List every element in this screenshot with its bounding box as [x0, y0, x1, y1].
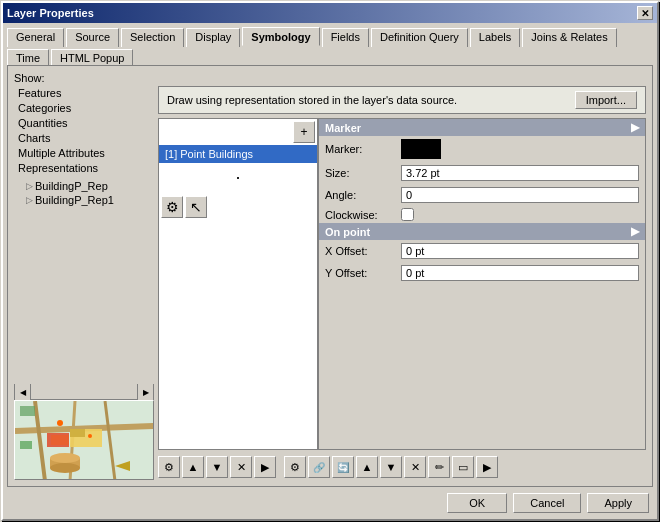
show-label: Show: [14, 72, 646, 84]
symbol-cursor-button[interactable]: ↖ [185, 196, 207, 218]
toolbar1-settings-button[interactable]: ⚙ [158, 456, 180, 478]
svg-point-13 [50, 453, 80, 463]
x-offset-input[interactable] [401, 243, 639, 259]
tab-general[interactable]: General [7, 28, 64, 47]
show-item-representations[interactable]: Representations [14, 161, 154, 175]
tab-symbology[interactable]: Symbology [242, 27, 319, 46]
tab-html-popup[interactable]: HTML Popup [51, 49, 133, 66]
toolbar2-edit-button[interactable]: ✏ [428, 456, 450, 478]
on-point-section-title: On point [325, 226, 370, 238]
toolbar2-rect-button[interactable]: ▭ [452, 456, 474, 478]
close-button[interactable]: ✕ [637, 6, 653, 20]
x-offset-row: X Offset: [319, 240, 645, 262]
symbol-list: + [1] Point Buildings · ⚙ ↖ [158, 118, 318, 450]
tab-content: Show: Features Categories Quantities Cha… [7, 65, 653, 487]
tree-item-buildingp-rep1[interactable]: ▷ BuildingP_Rep1 [22, 193, 154, 207]
toolbar1-arrow-button[interactable]: ▶ [254, 456, 276, 478]
scroll-track [31, 384, 137, 399]
svg-rect-6 [51, 435, 69, 445]
marker-preview[interactable] [401, 139, 441, 159]
marker-section-title: Marker [325, 122, 361, 134]
show-item-multiple-attributes[interactable]: Multiple Attributes [14, 146, 154, 160]
angle-label: Angle: [325, 189, 395, 201]
marker-row: Marker: [319, 136, 645, 162]
tab-definition-query[interactable]: Definition Query [371, 28, 468, 47]
properties-panel: Marker ▶ Marker: Size: Angle: [318, 118, 646, 450]
on-point-section-header: On point ▶ [319, 223, 645, 240]
scroll-right-button[interactable]: ▶ [137, 384, 153, 400]
tab-fields[interactable]: Fields [322, 28, 369, 47]
symbol-list-icons: ⚙ ↖ [159, 194, 317, 220]
clockwise-checkbox[interactable] [401, 208, 414, 221]
tab-joins-relates[interactable]: Joins & Relates [522, 28, 616, 47]
y-offset-label: Y Offset: [325, 267, 395, 279]
symbol-list-header: + [159, 119, 317, 145]
size-row: Size: [319, 162, 645, 184]
toolbar2-arrow-button[interactable]: ▶ [476, 456, 498, 478]
bottom-bar: OK Cancel Apply [3, 487, 657, 519]
tab-selection[interactable]: Selection [121, 28, 184, 47]
toolbar1-delete-button[interactable]: ✕ [230, 456, 252, 478]
tree-toggle-icon2: ▷ [26, 195, 33, 205]
clockwise-row: Clockwise: [319, 206, 645, 223]
toolbar2-refresh-button[interactable]: 🔄 [332, 456, 354, 478]
svg-point-14 [50, 463, 80, 473]
description-bar: Draw using representation stored in the … [158, 86, 646, 114]
horizontal-scrollbar: ◀ ▶ [14, 384, 154, 400]
tree-items: ▷ BuildingP_Rep ▷ BuildingP_Rep1 [14, 179, 154, 207]
layer-properties-window: Layer Properties ✕ General Source Select… [1, 1, 659, 521]
symbol-entry-1[interactable]: [1] Point Buildings [159, 145, 317, 163]
mini-map [14, 400, 154, 480]
size-input[interactable] [401, 165, 639, 181]
toolbar2-delete-button[interactable]: ✕ [404, 456, 426, 478]
svg-rect-9 [20, 406, 35, 416]
window-title: Layer Properties [7, 7, 94, 19]
toolbar2-up-button[interactable]: ▲ [356, 456, 378, 478]
symbol-dot-indicator: · [159, 163, 317, 192]
toolbar2-down-button[interactable]: ▼ [380, 456, 402, 478]
tab-labels[interactable]: Labels [470, 28, 520, 47]
tree-item-buildingp-rep[interactable]: ▷ BuildingP_Rep [22, 179, 154, 193]
angle-input[interactable] [401, 187, 639, 203]
toolbar1-down-button[interactable]: ▼ [206, 456, 228, 478]
left-panel: Features Categories Quantities Charts Mu… [14, 86, 154, 480]
tabs-bar: General Source Selection Display Symbolo… [3, 23, 657, 65]
symbol-label: [1] Point Buildings [165, 148, 253, 160]
add-symbol-button[interactable]: + [293, 121, 315, 143]
ok-button[interactable]: OK [447, 493, 507, 513]
import-button[interactable]: Import... [575, 91, 637, 109]
symbol-properties-button[interactable]: ⚙ [161, 196, 183, 218]
title-bar: Layer Properties ✕ [3, 3, 657, 23]
clockwise-label: Clockwise: [325, 209, 395, 221]
x-offset-label: X Offset: [325, 245, 395, 257]
toolbar-row-1: ⚙ ▲ ▼ ✕ ▶ ⚙ 🔗 🔄 ▲ ▼ ✕ ✏ ▭ ▶ [158, 454, 646, 480]
y-offset-input[interactable] [401, 265, 639, 281]
main-area: Features Categories Quantities Charts Mu… [14, 86, 646, 480]
description-text: Draw using representation stored in the … [167, 94, 457, 106]
svg-point-17 [88, 434, 92, 438]
tab-time[interactable]: Time [7, 49, 49, 66]
svg-point-16 [57, 420, 63, 426]
toolbar2-settings-button[interactable]: ⚙ [284, 456, 306, 478]
toolbar2-link-button[interactable]: 🔗 [308, 456, 330, 478]
size-label: Size: [325, 167, 395, 179]
symbol-area: + [1] Point Buildings · ⚙ ↖ [158, 118, 646, 450]
toolbar1-up-button[interactable]: ▲ [182, 456, 204, 478]
right-panel: Draw using representation stored in the … [158, 86, 646, 480]
y-offset-row: Y Offset: [319, 262, 645, 284]
show-item-features[interactable]: Features [14, 86, 154, 100]
show-item-categories[interactable]: Categories [14, 101, 154, 115]
apply-button[interactable]: Apply [587, 493, 649, 513]
tab-display[interactable]: Display [186, 28, 240, 47]
show-item-charts[interactable]: Charts [14, 131, 154, 145]
marker-section-header: Marker ▶ [319, 119, 645, 136]
scroll-left-button[interactable]: ◀ [15, 384, 31, 400]
show-item-quantities[interactable]: Quantities [14, 116, 154, 130]
angle-row: Angle: [319, 184, 645, 206]
on-point-expand-icon: ▶ [631, 225, 639, 238]
tree-toggle-icon: ▷ [26, 181, 33, 191]
cancel-button[interactable]: Cancel [513, 493, 581, 513]
show-list: Features Categories Quantities Charts Mu… [14, 86, 154, 175]
tab-source[interactable]: Source [66, 28, 119, 47]
svg-rect-8 [70, 429, 85, 437]
